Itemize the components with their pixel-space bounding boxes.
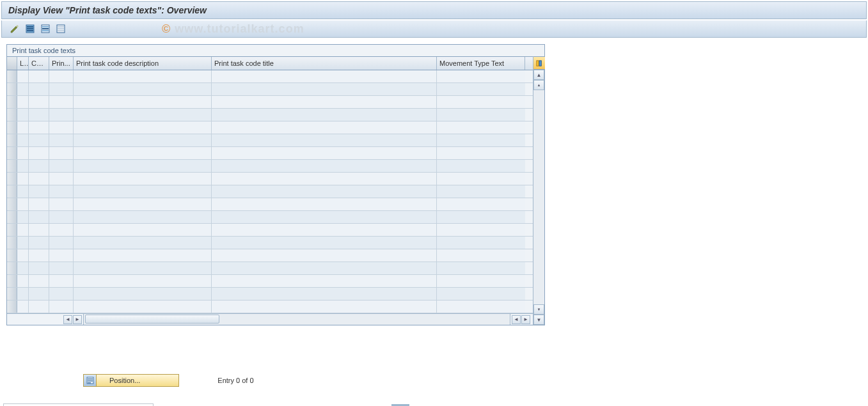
scroll-down-page-button[interactable]: ▼ [533, 304, 544, 315]
cell-Prin[interactable] [49, 160, 74, 172]
row-selector[interactable] [7, 249, 17, 262]
cell-CoCd[interactable] [29, 70, 49, 82]
row-selector[interactable] [7, 275, 17, 287]
table-row[interactable] [7, 211, 533, 224]
cell-movement[interactable] [437, 109, 525, 121]
cell-Prin[interactable] [49, 262, 74, 274]
row-selector[interactable] [7, 109, 17, 121]
cell-CoCd[interactable] [29, 262, 49, 274]
cell-CoCd[interactable] [29, 185, 49, 198]
row-selector[interactable] [7, 70, 17, 82]
cell-title[interactable] [212, 237, 437, 249]
cell-title[interactable] [212, 185, 437, 198]
table-row[interactable] [7, 83, 533, 96]
cell-Prin[interactable] [49, 198, 74, 210]
cell-Prin[interactable] [49, 301, 74, 313]
row-selector[interactable] [7, 185, 17, 198]
cell-movement[interactable] [437, 83, 525, 95]
cell-CoCd[interactable] [29, 301, 49, 313]
table-row[interactable] [7, 173, 533, 185]
cell-CoCd[interactable] [29, 147, 49, 159]
cell-title[interactable] [212, 262, 437, 274]
cell-Prin[interactable] [49, 70, 74, 82]
scroll-right-button[interactable]: ► [73, 315, 82, 324]
cell-title[interactable] [212, 160, 437, 172]
cell-CoCd[interactable] [29, 83, 49, 95]
cell-desc[interactable] [74, 275, 212, 287]
scroll-right-end-button[interactable]: ► [521, 315, 530, 324]
table-row[interactable] [7, 288, 533, 301]
cell-movement[interactable] [437, 211, 525, 223]
cell-movement[interactable] [437, 262, 525, 274]
hscroll-thumb[interactable] [85, 315, 219, 324]
row-selector[interactable] [7, 96, 17, 108]
cell-movement[interactable] [437, 173, 525, 185]
cell-L[interactable] [17, 288, 29, 300]
cell-title[interactable] [212, 224, 437, 236]
cell-desc[interactable] [74, 121, 212, 134]
cell-L[interactable] [17, 109, 29, 121]
toggle-edit-icon[interactable] [8, 22, 21, 35]
row-selector[interactable] [7, 173, 17, 185]
cell-Prin[interactable] [49, 224, 74, 236]
scroll-up-button[interactable]: ▲ [533, 70, 544, 80]
cell-L[interactable] [17, 70, 29, 82]
cell-desc[interactable] [74, 185, 212, 198]
cell-title[interactable] [212, 198, 437, 210]
cell-title[interactable] [212, 147, 437, 159]
cell-CoCd[interactable] [29, 134, 49, 146]
table-row[interactable] [7, 121, 533, 134]
cell-L[interactable] [17, 134, 29, 146]
cell-movement[interactable] [437, 70, 525, 82]
cell-Prin[interactable] [49, 237, 74, 249]
cell-L[interactable] [17, 160, 29, 172]
cell-desc[interactable] [74, 173, 212, 185]
cell-desc[interactable] [74, 134, 212, 146]
cell-movement[interactable] [437, 249, 525, 262]
cell-CoCd[interactable] [29, 198, 49, 210]
cell-title[interactable] [212, 121, 437, 134]
table-row[interactable] [7, 109, 533, 121]
hscroll-track[interactable] [84, 314, 510, 325]
select-block-icon[interactable] [39, 22, 52, 35]
table-row[interactable] [7, 160, 533, 173]
row-selector[interactable] [7, 121, 17, 134]
cell-movement[interactable] [437, 224, 525, 236]
row-selector[interactable] [7, 147, 17, 159]
table-row[interactable] [7, 185, 533, 198]
scroll-left-end-button[interactable]: ◄ [512, 315, 521, 324]
scroll-down-button[interactable]: ▼ [533, 315, 544, 325]
cell-CoCd[interactable] [29, 275, 49, 287]
cell-L[interactable] [17, 83, 29, 95]
cell-CoCd[interactable] [29, 237, 49, 249]
cell-movement[interactable] [437, 147, 525, 159]
cell-CoCd[interactable] [29, 109, 49, 121]
cell-desc[interactable] [74, 224, 212, 236]
cell-movement[interactable] [437, 121, 525, 134]
cell-desc[interactable] [74, 301, 212, 313]
cell-movement[interactable] [437, 288, 525, 300]
cell-L[interactable] [17, 262, 29, 274]
cell-Prin[interactable] [49, 147, 74, 159]
grid-header-selector[interactable] [7, 57, 17, 70]
row-selector[interactable] [7, 288, 17, 300]
cell-L[interactable] [17, 147, 29, 159]
cell-movement[interactable] [437, 185, 525, 198]
table-settings-icon[interactable] [533, 56, 545, 70]
cell-movement[interactable] [437, 134, 525, 146]
cell-Prin[interactable] [49, 275, 74, 287]
cell-desc[interactable] [74, 83, 212, 95]
cell-CoCd[interactable] [29, 249, 49, 262]
cell-Prin[interactable] [49, 249, 74, 262]
cell-desc[interactable] [74, 96, 212, 108]
table-row[interactable] [7, 224, 533, 237]
cell-title[interactable] [212, 83, 437, 95]
row-selector[interactable] [7, 211, 17, 223]
cell-L[interactable] [17, 211, 29, 223]
cell-Prin[interactable] [49, 96, 74, 108]
row-selector[interactable] [7, 237, 17, 249]
cell-desc[interactable] [74, 237, 212, 249]
table-row[interactable] [7, 70, 533, 83]
scroll-left-button[interactable]: ◄ [63, 315, 72, 324]
cell-Prin[interactable] [49, 211, 74, 223]
